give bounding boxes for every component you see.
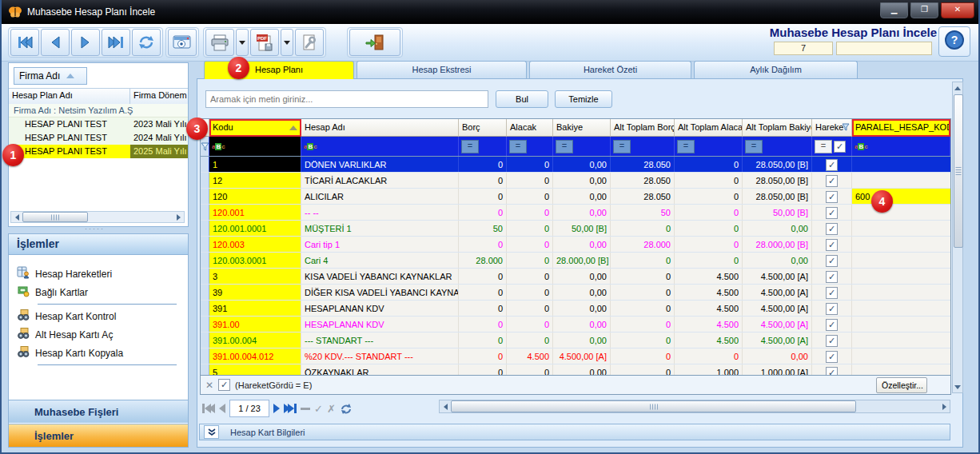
scroll-left-icon[interactable]: [11, 212, 22, 222]
action-item-hesap-kart-kontrol[interactable]: Hesap Kart Kontrol: [9, 307, 188, 325]
firm-col-header-plan[interactable]: Hesap Plan Adı: [9, 89, 130, 104]
pager-delete-icon[interactable]: [301, 408, 310, 410]
hareket-filter-checkbox[interactable]: ✓: [834, 141, 846, 153]
scroll-right-icon[interactable]: [938, 400, 950, 412]
action-item-hesap-kart-kopyala[interactable]: Hesap Kartı Kopyala: [9, 344, 188, 362]
grid-row[interactable]: 39DİĞER KISA VADELİ YABANCI KAYNAKLAR000…: [201, 285, 950, 301]
page-setup-button[interactable]: [295, 29, 324, 56]
nav-bar-muhasebe-fisleri[interactable]: Muhasebe Fişleri: [9, 400, 188, 423]
filter-active-checkbox[interactable]: ✓: [218, 379, 230, 391]
filter-cell-hesap-ad-[interactable]: aBc: [301, 137, 459, 156]
grid-row[interactable]: 120ALICILAR000,0028.050028.050,00 [B]✓60…: [201, 189, 950, 205]
hareket-checkbox[interactable]: ✓: [826, 159, 838, 171]
exit-button[interactable]: [349, 29, 400, 56]
minimize-button[interactable]: ▁: [880, 2, 908, 18]
hareket-checkbox[interactable]: ✓: [826, 319, 838, 331]
column-header-bor-[interactable]: Borç: [459, 119, 507, 137]
firm-horizontal-scrollbar[interactable]: [10, 211, 185, 223]
grid-row[interactable]: 391.00.004--- STANDART ---000,0004.5004.…: [201, 333, 950, 348]
column-header-kodu[interactable]: Kodu: [209, 119, 301, 137]
hareket-checkbox[interactable]: ✓: [826, 335, 838, 347]
pager-refresh-icon[interactable]: [340, 403, 353, 415]
grid-horizontal-scrollbar[interactable]: [439, 400, 950, 413]
hareket-checkbox[interactable]: ✓: [826, 223, 838, 235]
tab-aylik-dagilim[interactable]: Aylık Dağılım: [694, 61, 858, 79]
column-header-hareke[interactable]: Hareke: [812, 119, 852, 137]
column-header-alt-toplam-bakiye[interactable]: Alt Toplam Bakiye: [743, 119, 812, 137]
column-header-hesap-ad-[interactable]: Hesap Adı: [301, 119, 459, 137]
pager-last-icon[interactable]: [284, 404, 297, 413]
grid-row[interactable]: 5ÖZKAYNAKLAR000,0001.0001.000,00 [A]✓: [201, 364, 950, 376]
clear-button[interactable]: Temizle: [555, 90, 612, 108]
grid-row[interactable]: 391HESAPLANAN KDV000,0004.5004.500,00 [A…: [201, 301, 950, 317]
column-header-bakiye[interactable]: Bakiye: [553, 119, 611, 137]
hareket-checkbox[interactable]: ✓: [826, 303, 838, 315]
tab-hesap-ekstresi[interactable]: Hesap Ekstresi: [357, 61, 527, 79]
firm-col-header-period[interactable]: Firma Dönem A: [130, 89, 188, 104]
scroll-left-icon[interactable]: [440, 400, 451, 412]
filter-cell-kodu[interactable]: aBc: [209, 137, 301, 156]
filter-cell-bor-[interactable]: =: [459, 137, 507, 156]
hareket-checkbox[interactable]: ✓: [826, 191, 838, 203]
filter-cell-alacak[interactable]: =: [507, 137, 553, 156]
last-record-button[interactable]: [102, 29, 130, 56]
remove-filter-icon[interactable]: ✕: [205, 380, 213, 391]
filter-cell-alt-toplam-bakiye[interactable]: =: [743, 137, 812, 156]
hareket-checkbox[interactable]: ✓: [826, 239, 838, 251]
filter-cell-bakiye[interactable]: =: [553, 137, 611, 156]
refresh-button[interactable]: [132, 29, 161, 56]
filter-cell-alt-toplam-alacak[interactable]: =: [675, 137, 743, 156]
prev-record-button[interactable]: [41, 29, 70, 56]
panel-splitter-handle[interactable]: ·····: [85, 228, 109, 231]
pager-first-icon[interactable]: [202, 404, 215, 413]
hareket-checkbox[interactable]: ✓: [826, 207, 838, 219]
expand-chevron-icon[interactable]: [204, 425, 219, 439]
preview-button[interactable]: [168, 29, 197, 56]
grid-row[interactable]: 120.003.0001Cari 428.000028.000,00 [B]00…: [201, 253, 950, 269]
filter-cell-hareke[interactable]: =✓: [812, 137, 852, 156]
column-header-alt-toplam-alacak[interactable]: Alt Toplam Alacak: [675, 119, 743, 137]
close-button[interactable]: ✕: [941, 2, 974, 18]
grid-row[interactable]: 3KISA VADELİ YABANCI KAYNAKLAR000,0004.5…: [201, 269, 950, 285]
hareket-checkbox[interactable]: ✓: [826, 255, 838, 267]
action-item-ba-l-kartlar[interactable]: Bağlı Kartlar: [9, 283, 188, 301]
find-button[interactable]: Bul: [496, 90, 548, 108]
hareket-checkbox[interactable]: ✓: [826, 367, 838, 376]
next-record-button[interactable]: [71, 29, 100, 56]
firm-row[interactable]: HESAP PLANI TEST2025 Mali Yılı: [9, 145, 188, 158]
firm-row[interactable]: HESAP PLANI TEST2024 Mali Yılı: [9, 131, 188, 145]
hesap-kart-bilgileri-bar[interactable]: Hesap Kart Bilgileri: [199, 424, 950, 440]
column-header-paralel-hesap-kodu[interactable]: PARALEL_HESAP_KODU: [852, 119, 950, 137]
grid-vertical-scrollbar[interactable]: [952, 82, 963, 393]
pager-post-icon[interactable]: ✓: [314, 403, 323, 415]
filter-cell-alt-toplam-bor-[interactable]: =: [611, 137, 675, 156]
nav-bar-islemler[interactable]: İşlemler: [9, 424, 188, 447]
customize-button[interactable]: Özelleştir...: [876, 377, 927, 393]
hareket-checkbox[interactable]: ✓: [826, 351, 838, 363]
tab-hesap-plani[interactable]: Hesap Planı: [204, 61, 354, 79]
grid-row[interactable]: 120.001.0001MÜŞTERİ 150050,00 [B]000,00✓: [201, 221, 950, 237]
scroll-down-icon[interactable]: [953, 381, 962, 392]
hareket-checkbox[interactable]: ✓: [826, 271, 838, 283]
tab-hareket-ozeti[interactable]: Hareket Özeti: [529, 61, 691, 79]
print-button[interactable]: [205, 29, 234, 56]
filter-cell-paralel-hesap-kodu[interactable]: aBc: [852, 137, 950, 156]
restore-button[interactable]: ❐: [910, 2, 938, 18]
action-item-hesap-hareketleri[interactable]: Hesap Hareketleri: [9, 265, 188, 283]
grid-row[interactable]: 12TİCARİ ALACAKLAR000,0028.050028.050,00…: [201, 173, 950, 189]
export-pdf-button[interactable]: PDF: [250, 29, 279, 56]
column-header-alt-toplam-bor-[interactable]: Alt Toplam Borç: [611, 119, 675, 137]
grid-row[interactable]: 120.003Cari tip 1000,0028.000028.000,00 …: [201, 237, 950, 253]
grid-row[interactable]: 120.001-- --000,0050050,00 [B]✓: [201, 205, 950, 221]
pager-next-icon[interactable]: [273, 404, 280, 413]
firm-row[interactable]: HESAP PLANI TEST2023 Mali Yılı: [9, 117, 188, 131]
first-record-button[interactable]: [10, 29, 39, 56]
action-item-alt-hesap-kart-a-[interactable]: Alt Hesap Kartı Aç: [9, 325, 188, 344]
grid-row[interactable]: 391.00HESAPLANAN KDV000,0004.5004.500,00…: [201, 317, 950, 333]
scroll-up-icon[interactable]: [953, 82, 962, 94]
export-dropdown[interactable]: [281, 29, 293, 56]
column-header-alacak[interactable]: Alacak: [507, 119, 553, 137]
grid-row[interactable]: 1DÖNEN VARLIKLAR000,0028.050028.050,00 […: [201, 157, 950, 173]
grid-row[interactable]: 391.00.004.012%20 KDV.--- STANDART ---04…: [201, 348, 950, 364]
scroll-right-icon[interactable]: [173, 212, 184, 222]
